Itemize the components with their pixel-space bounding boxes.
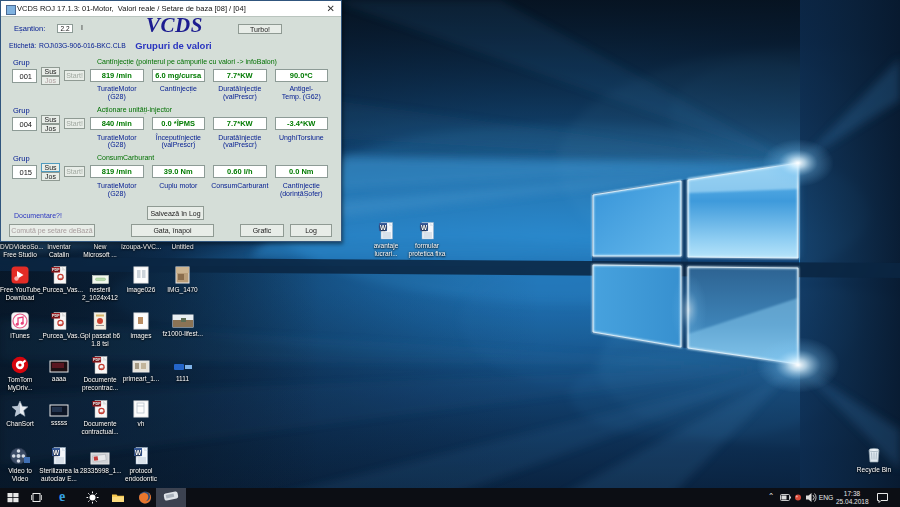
svg-text:W: W [53, 449, 60, 456]
svg-text:W: W [380, 224, 387, 231]
svg-text:PDF: PDF [93, 402, 101, 406]
svg-text:PDF: PDF [52, 314, 60, 318]
svg-text:PDF: PDF [93, 358, 101, 362]
svg-text:PDF: PDF [52, 268, 60, 272]
svg-text:W: W [135, 449, 142, 456]
svg-text:W: W [421, 224, 428, 231]
